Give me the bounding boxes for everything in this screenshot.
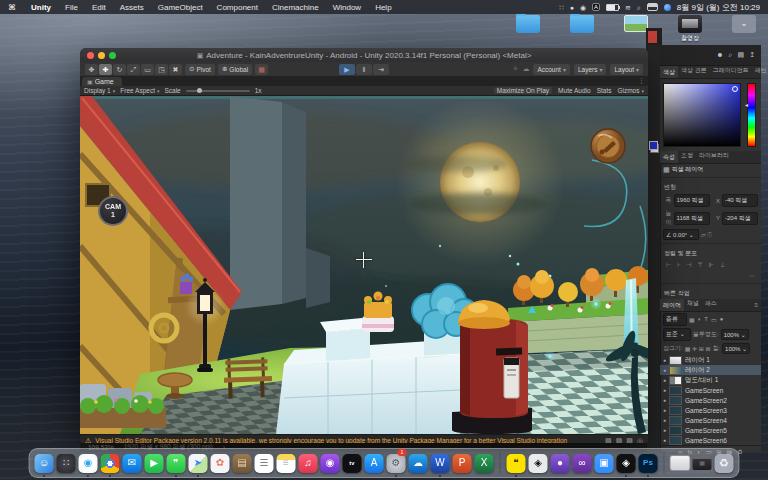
custom-tool[interactable]: ✖ [169,64,182,75]
layer-row[interactable]: ● GameScreen5 [660,425,761,435]
photoshop-document-tab[interactable] [646,28,662,46]
rect-tool[interactable]: ▭ [141,64,154,75]
dock-trash[interactable]: ♻ [714,450,735,476]
dock-tv[interactable]: tv [342,450,363,476]
filter-icon[interactable]: ▦ [689,316,695,323]
dock-unity-hub[interactable]: ◈ [528,450,549,476]
console-icon[interactable]: ▤ [626,437,633,444]
layer-row[interactable]: ● GameScreen [660,385,761,395]
assistant-icon[interactable] [664,4,671,11]
hue-slider-arrow[interactable]: ◂ [745,101,748,108]
tab-layers[interactable]: 레이어 [660,299,684,311]
width-field[interactable]: 1960 픽셀 [674,194,710,207]
layer-row[interactable]: ● 레이어 2 [660,365,761,375]
dock-chrome[interactable]: • [100,450,121,476]
align-icon[interactable]: ⊥ [720,261,725,268]
dock-minimized-window-2[interactable]: ▦ [692,450,713,476]
gizmos-dropdown[interactable]: Gizmos▾ [617,87,644,94]
desktop-device-icon[interactable]: 촬영장 [668,15,712,41]
dock-system-preferences[interactable]: ⚙ 1 • [386,450,407,476]
dock-kakaotalk[interactable]: ❝ • [506,450,527,476]
menu-edit[interactable]: Edit [85,3,113,12]
layers-menu-icon[interactable]: ≡ [754,302,758,308]
align-icon[interactable]: ⊩ [709,261,714,268]
dock-zoom[interactable]: ▣ [594,450,615,476]
dock-appstore[interactable]: A [364,450,385,476]
color-field[interactable] [663,83,741,147]
x-field[interactable]: -40 픽셀 [722,194,758,207]
layer-row[interactable]: ● GameScreen6 [660,435,761,445]
foreground-color-swatch[interactable] [649,141,658,150]
filter-icon[interactable]: ◐ [698,316,702,323]
tab-more-icon[interactable]: ⋮ [638,77,645,85]
align-icon[interactable]: ⊢ [666,261,671,268]
dock-facetime[interactable]: ▶ [144,450,165,476]
apple-menu-icon[interactable]: ⌘ [8,3,16,12]
desktop-folder-1[interactable] [506,15,550,41]
transform-tool[interactable]: ◳ [155,64,168,75]
account-icon[interactable]: ☻ [716,51,723,59]
dock-separator-2[interactable] [660,450,669,476]
dnd-icon[interactable]: ● [570,4,574,11]
layer-visibility-icon[interactable]: ● [663,387,666,393]
global-toggle[interactable]: ⊕ Global [218,64,252,75]
menu-file[interactable]: File [58,3,85,12]
console-icon[interactable]: ◎ [637,437,643,444]
foreground-background-swatch[interactable] [649,141,659,153]
account-dropdown[interactable]: Account▾ [533,64,570,75]
layer-visibility-icon[interactable]: ● [663,377,666,383]
menu-gameobject[interactable]: GameObject [151,3,210,12]
stats-toggle[interactable]: Stats [597,87,612,94]
layer-row[interactable]: ● GameScreen2 [660,395,761,405]
layer-visibility-icon[interactable]: ● [663,417,666,423]
height-field[interactable]: 1168 픽셀 [674,212,710,225]
tab-color[interactable]: 색상 [660,66,678,78]
dock-safari[interactable]: ◉ • [78,450,99,476]
layer-visibility-icon[interactable]: ● [663,437,666,443]
hue-strip[interactable] [747,83,756,147]
tab-gradients[interactable]: 그레이디언트 [710,66,752,78]
play-button[interactable]: ▶ [339,64,355,75]
menu-help[interactable]: Help [368,3,398,12]
dock-photos[interactable]: ✿ [210,450,231,476]
dock-separator-1[interactable] [496,450,505,476]
medallion-button[interactable] [591,129,625,163]
layer-visibility-icon[interactable]: ● [663,407,666,413]
control-center-icon[interactable] [647,3,658,11]
desktop-folder-2[interactable] [560,15,604,41]
tab-channels[interactable]: 채널 [684,299,702,311]
lock-icons[interactable]: ▦ ✛ ⊞ ⊠ [685,345,711,352]
menu-assets[interactable]: Assets [113,3,151,12]
align-icon[interactable]: ⊣ [686,261,691,268]
menu-window[interactable]: Window [326,3,368,12]
console-icon[interactable]: ▤ [616,437,623,444]
tab-paths[interactable]: 패스 [702,299,720,311]
unity-title-bar[interactable]: ▣Adventure - KainAdventrureUnity - Andro… [80,48,648,62]
layer-row[interactable]: ● 명도/대비 1 [660,375,761,385]
opacity-field[interactable]: 100% ⌄ [721,329,749,340]
filter-icon[interactable]: ▭ [711,316,717,323]
mute-audio-toggle[interactable]: Mute Audio [558,87,591,94]
dock-word[interactable]: W • [430,450,451,476]
console-icon[interactable]: ▤ [605,437,612,444]
menu-component[interactable]: Component [210,3,265,12]
layer-visibility-icon[interactable]: ● [663,397,666,403]
layer-row[interactable]: ● GameScreen3 [660,405,761,415]
y-field[interactable]: -204 픽셀 [722,212,758,225]
desktop-stack[interactable]: ⌄ [722,15,766,41]
menu-cinemachine[interactable]: Cinemachine [265,3,326,12]
layers-dropdown[interactable]: Layers▾ [574,64,607,75]
layer-row[interactable]: ● GameScreen4 [660,415,761,425]
dock-finder[interactable]: ☺ • [34,450,55,476]
dock-messages[interactable]: ❞ • [166,450,187,476]
blend-mode-select[interactable]: 표준 ⌄ [663,328,691,341]
layout-dropdown[interactable]: Layout▾ [610,64,643,75]
input-source-icon[interactable]: ∷ [559,4,563,11]
rotate-tool[interactable]: ↻ [113,64,126,75]
cloud-icon[interactable]: ☁ [522,65,529,73]
dock-minimized-window-1[interactable] [670,450,691,476]
dock-mail[interactable]: ✉ [122,450,143,476]
tab-libraries[interactable]: 라이브러리 [696,151,732,163]
more-options-icon[interactable]: ⋯ [749,272,755,279]
menu-unity[interactable]: Unity [24,3,58,12]
